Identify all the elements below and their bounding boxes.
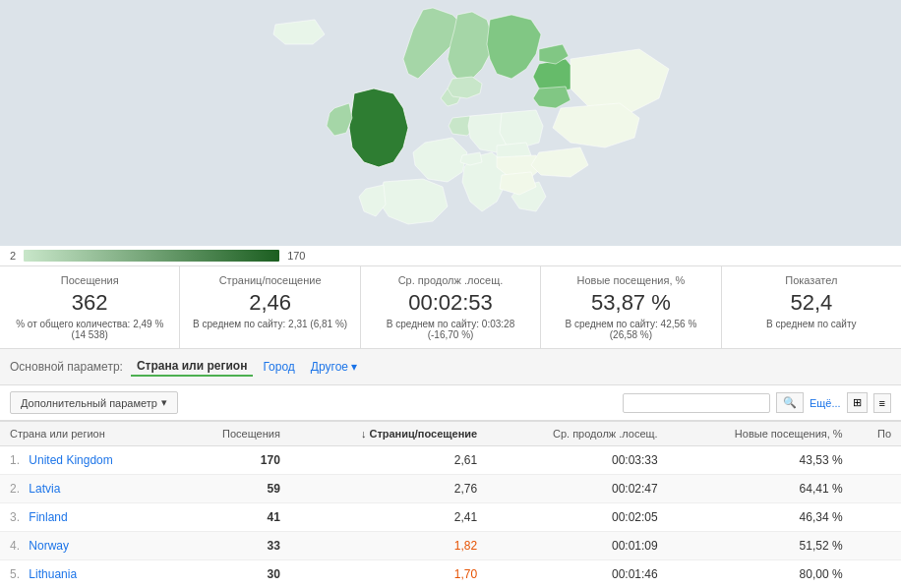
stat-duration-value: 00:02:53 bbox=[373, 290, 528, 316]
cell-new-visits: 46,34 % bbox=[668, 503, 853, 532]
stat-bounce-sub: В среднем по сайту bbox=[734, 319, 889, 329]
right-toolbar: 🔍 Ещё... ⊞ ≡ bbox=[623, 392, 891, 413]
stat-pages-value: 2,46 bbox=[192, 290, 347, 316]
stat-bounce-label: Показател bbox=[734, 274, 889, 286]
stat-new-visits: Новые посещения, % 53,87 % В среднем по … bbox=[541, 266, 721, 348]
stat-pages: Страниц/посещение 2,46 В среднем по сайт… bbox=[180, 266, 360, 348]
cell-country: 5. Lithuania bbox=[0, 560, 178, 589]
cell-visits: 30 bbox=[178, 560, 290, 589]
col-duration[interactable]: Ср. продолж .лосещ. bbox=[487, 422, 667, 446]
cell-visits: 33 bbox=[178, 532, 290, 560]
chevron-down-icon: ▾ bbox=[161, 396, 167, 409]
cell-country: 3. Finland bbox=[0, 503, 178, 532]
map-container bbox=[0, 0, 901, 246]
cell-bounce bbox=[853, 475, 901, 503]
cell-pages: 2,61 bbox=[290, 446, 487, 475]
tab-country[interactable]: Страна или регион bbox=[131, 357, 253, 377]
stat-pages-label: Страниц/посещение bbox=[192, 274, 347, 286]
col-bounce[interactable]: По bbox=[853, 422, 901, 446]
stat-visits-value: 362 bbox=[12, 290, 167, 316]
cell-new-visits: 64,41 % bbox=[668, 475, 853, 503]
stat-duration-sub: В среднем по сайту: 0:03:28 (-16,70 %) bbox=[373, 319, 528, 340]
table-header-row: Страна или регион Посещения ↓ Страниц/по… bbox=[0, 422, 901, 446]
table-row: 2. Latvia 59 2,76 00:02:47 64,41 % bbox=[0, 475, 901, 503]
toolbar-row: Дополнительный параметр ▾ 🔍 Ещё... ⊞ ≡ bbox=[0, 385, 901, 421]
col-country: Страна или регион bbox=[0, 422, 178, 446]
stat-duration: Ср. продолж .лосещ. 00:02:53 В среднем п… bbox=[361, 266, 541, 348]
cell-duration: 00:01:09 bbox=[487, 532, 667, 560]
col-visits[interactable]: Посещения bbox=[178, 422, 290, 446]
stat-visits: Посещения 362 % от общего количества: 2,… bbox=[0, 266, 180, 348]
cell-country: 4. Norway bbox=[0, 532, 178, 560]
table-row: 4. Norway 33 1,82 00:01:09 51,52 % bbox=[0, 532, 901, 560]
list-view-button[interactable]: ≡ bbox=[873, 393, 891, 413]
chevron-down-icon: ▾ bbox=[351, 360, 357, 374]
cell-bounce bbox=[853, 560, 901, 589]
grid-view-button[interactable]: ⊞ bbox=[847, 392, 868, 413]
cell-visits: 41 bbox=[178, 503, 290, 532]
country-link[interactable]: Latvia bbox=[29, 482, 60, 496]
tab-city[interactable]: Город bbox=[257, 358, 300, 376]
country-link[interactable]: Lithuania bbox=[29, 567, 77, 581]
cell-country: 1. United Kingdom bbox=[0, 446, 178, 475]
country-link[interactable]: United Kingdom bbox=[29, 453, 112, 467]
stat-duration-label: Ср. продолж .лосещ. bbox=[373, 274, 528, 286]
table-row: 3. Finland 41 2,41 00:02:05 46,34 % bbox=[0, 503, 901, 532]
cell-bounce bbox=[853, 532, 901, 560]
tabs-label: Основной параметр: bbox=[10, 360, 123, 374]
colorbar-max: 170 bbox=[287, 250, 305, 262]
cell-country: 2. Latvia bbox=[0, 475, 178, 503]
cell-new-visits: 43,53 % bbox=[668, 446, 853, 475]
cell-duration: 00:01:46 bbox=[487, 560, 667, 589]
additional-param-dropdown[interactable]: Дополнительный параметр ▾ bbox=[10, 391, 178, 414]
left-toolbar: Дополнительный параметр ▾ bbox=[10, 391, 178, 414]
row-number: 3. bbox=[10, 510, 20, 524]
cell-visits: 59 bbox=[178, 475, 290, 503]
stat-visits-label: Посещения bbox=[12, 274, 167, 286]
stat-pages-sub: В среднем по сайту: 2,31 (6,81 %) bbox=[192, 319, 347, 329]
stat-new-visits-label: Новые посещения, % bbox=[553, 274, 708, 286]
cell-pages: 1,82 bbox=[290, 532, 487, 560]
data-table: Страна или регион Посещения ↓ Страниц/по… bbox=[0, 421, 901, 588]
cell-visits: 170 bbox=[178, 446, 290, 475]
stat-visits-sub: % от общего количества: 2,49 % (14 538) bbox=[12, 319, 167, 340]
cell-new-visits: 80,00 % bbox=[668, 560, 853, 589]
row-number: 2. bbox=[10, 482, 20, 496]
cell-new-visits: 51,52 % bbox=[668, 532, 853, 560]
col-new-visits[interactable]: Новые посещения, % bbox=[668, 422, 853, 446]
tab-other[interactable]: Другое ▾ bbox=[305, 358, 363, 376]
tabs-row: Основной параметр: Страна или регион Гор… bbox=[0, 349, 901, 385]
country-link[interactable]: Finland bbox=[29, 510, 67, 524]
col-pages[interactable]: ↓ Страниц/посещение bbox=[290, 422, 487, 446]
row-number: 1. bbox=[10, 453, 20, 467]
cell-bounce bbox=[853, 503, 901, 532]
table-row: 5. Lithuania 30 1,70 00:01:46 80,00 % bbox=[0, 560, 901, 589]
cell-pages: 2,41 bbox=[290, 503, 487, 532]
colorbar-min: 2 bbox=[10, 250, 16, 262]
cell-duration: 00:02:47 bbox=[487, 475, 667, 503]
search-input[interactable] bbox=[623, 393, 770, 413]
table-row: 1. United Kingdom 170 2,61 00:03:33 43,5… bbox=[0, 446, 901, 475]
cell-duration: 00:02:05 bbox=[487, 503, 667, 532]
cell-duration: 00:03:33 bbox=[487, 446, 667, 475]
search-button[interactable]: 🔍 bbox=[776, 392, 804, 413]
cell-pages: 2,76 bbox=[290, 475, 487, 503]
stat-new-visits-value: 53,87 % bbox=[553, 290, 708, 316]
row-number: 5. bbox=[10, 567, 20, 581]
cell-bounce bbox=[853, 446, 901, 475]
stat-new-visits-sub: В среднем по сайту: 42,56 % (26,58 %) bbox=[553, 319, 708, 340]
more-link[interactable]: Ещё... bbox=[810, 397, 841, 409]
stat-bounce-value: 52,4 bbox=[734, 290, 889, 316]
cell-pages: 1,70 bbox=[290, 560, 487, 589]
row-number: 4. bbox=[10, 539, 20, 553]
map-svg bbox=[0, 0, 901, 246]
color-bar-row: 2 170 bbox=[0, 246, 901, 265]
stats-row: Посещения 362 % от общего количества: 2,… bbox=[0, 265, 901, 349]
country-link[interactable]: Norway bbox=[29, 539, 69, 553]
stat-bounce: Показател 52,4 В среднем по сайту bbox=[722, 266, 901, 348]
color-bar bbox=[24, 250, 279, 262]
